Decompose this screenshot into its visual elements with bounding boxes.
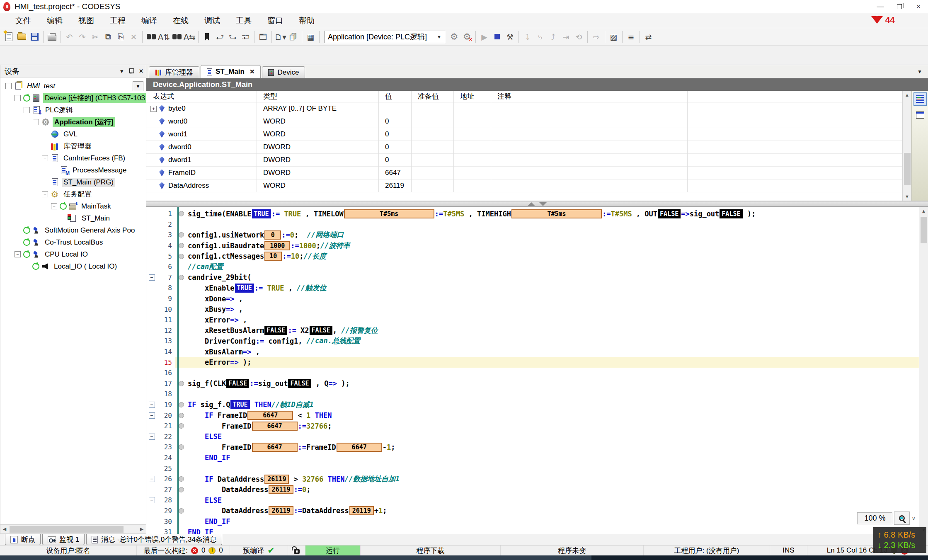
minimize-button[interactable]: — [871, 0, 890, 13]
save-icon[interactable] [28, 30, 41, 43]
menu-8[interactable]: 工具 [228, 14, 259, 28]
close-button[interactable]: × [909, 0, 928, 13]
inline-value-box[interactable]: 26119 [349, 506, 374, 515]
code-line-28[interactable]: −28 ELSE [146, 495, 919, 506]
check-icon[interactable]: ⇄ [642, 30, 655, 43]
tree-item-caninterfaces-fb-[interactable]: −CanInterFaces (FB) [0, 152, 146, 164]
inline-bool-box[interactable]: FALSE [288, 379, 311, 388]
tree-expander-icon[interactable]: − [33, 119, 39, 125]
tree-expander-icon[interactable]: − [42, 191, 48, 197]
bookmark-icon[interactable] [201, 30, 213, 43]
find-in-project-icon[interactable] [170, 30, 183, 43]
tab-list-dropdown-icon[interactable]: ▼ [917, 69, 922, 75]
fold-collapse-icon[interactable]: − [149, 402, 155, 408]
tree-item-softmotion-general-axis-poo[interactable]: SoftMotion General Axis Poo [0, 224, 146, 236]
code-line-27[interactable]: 27 DataAddress26119:=0; [146, 484, 919, 495]
zoom-dropdown-icon[interactable]: ∨ [911, 515, 916, 521]
code-line-4[interactable]: 4config1.uiBaudrate1000:=1000;//波特率 [146, 240, 919, 251]
menu-7[interactable]: 调试 [196, 14, 228, 28]
tree-expander-icon[interactable]: − [51, 203, 57, 209]
find-icon[interactable] [145, 30, 157, 43]
fold-collapse-icon[interactable]: − [149, 412, 155, 419]
editor-vscrollbar[interactable]: ▲ ▼ [919, 207, 928, 534]
new-object-icon[interactable]: 🗋▾ [274, 30, 287, 43]
menu-4[interactable]: 工程 [102, 14, 133, 28]
copy-icon[interactable]: ⧉ [102, 30, 114, 43]
code-line-31[interactable]: 31END_IF [146, 527, 919, 534]
menu-10[interactable]: 帮助 [291, 14, 322, 28]
expand-icon[interactable]: + [150, 106, 157, 112]
bottom-tab-breakpoints[interactable]: 断点 [5, 534, 41, 545]
call-list-icon[interactable]: ≡ [625, 30, 637, 43]
scroll-down-icon[interactable]: ▼ [903, 192, 911, 201]
inline-bool-box[interactable]: FALSE [310, 326, 332, 335]
code-line-25[interactable]: 25 [146, 463, 919, 474]
inline-value-box[interactable]: 26119 [264, 475, 289, 484]
code-line-9[interactable]: 9 xDone=> , [146, 293, 919, 304]
tree-item-local-io-local-io-[interactable]: Local_IO ( Local IO) [0, 260, 146, 272]
code-area[interactable]: 1sig_time(ENABLETRUE:= TRUE , TIMELOWT#5… [146, 207, 919, 534]
code-line-17[interactable]: 17sig_f(CLKFALSE:=sig_outFALSE , Q=> ); [146, 378, 919, 389]
tree-item-device-cth3-c57-103[interactable]: −Device [连接的] (CTH3 C57-103 [0, 92, 146, 104]
stop-icon[interactable] [491, 30, 504, 43]
next-bookmark-icon[interactable]: ⮑ [226, 30, 239, 43]
active-application-selector[interactable]: Application [Device: PLC逻辑] ▼ [324, 31, 445, 43]
new-file-icon[interactable] [2, 30, 15, 43]
clear-bookmarks-icon[interactable]: ⮒ [239, 30, 252, 43]
tree-item-st-main[interactable]: ST_Main [0, 212, 146, 224]
inline-value-box[interactable]: 6647 [252, 422, 298, 431]
code-line-2[interactable]: 2 [146, 219, 919, 230]
inline-value-box[interactable]: 10 [264, 252, 282, 261]
tree-item--[interactable]: −⚙任务配置 [0, 188, 146, 200]
pin-icon[interactable] [129, 68, 133, 74]
scroll-up-icon[interactable]: ▲ [903, 91, 911, 99]
code-line-26[interactable]: −26 IF DataAddress26119 > 32766 THEN//数据… [146, 474, 919, 485]
properties-icon[interactable]: 🗔 [257, 30, 269, 43]
code-line-21[interactable]: 21 FrameID6647:=32766; [146, 421, 919, 432]
breakpoint-toggle-icon[interactable]: ⚒ [504, 30, 516, 43]
logout-icon[interactable]: ⚙ [460, 30, 473, 43]
tree-item-processmessage[interactable]: MProcessMessage [0, 164, 146, 176]
tree-item-hmi-test[interactable]: −HMI_test [0, 80, 146, 92]
export-icon[interactable]: 🗍 [287, 30, 300, 43]
panel-menu-icon[interactable]: ▾ [121, 68, 124, 74]
code-line-10[interactable]: 10 xBusy=> , [146, 304, 919, 315]
watch-table-vscrollbar[interactable]: ▲ ▼ [902, 91, 911, 201]
code-line-18[interactable]: 18 [146, 389, 919, 400]
code-line-3[interactable]: 3config1.usiNetwork0:=0; //网络端口 [146, 230, 919, 240]
bottom-tab-messages[interactable]: 消息 -总计0个错误,0个警告,34条消息 [86, 534, 222, 545]
code-line-12[interactable]: 12 xResetBusAlarmFALSE:= X2FALSE, //报警复位 [146, 325, 919, 336]
watch-row-dword1[interactable]: dword1DWORD0 [146, 154, 902, 167]
watch-row-DataAddress[interactable]: DataAddressWORD26119 [146, 179, 902, 192]
magnifier-button[interactable] [894, 512, 910, 525]
column-header-5[interactable]: 地址 [453, 92, 491, 101]
column-header-1[interactable]: 表达式 [146, 92, 257, 101]
tree-expander-icon[interactable]: − [24, 107, 30, 113]
print-icon[interactable] [46, 30, 58, 43]
tree-item--[interactable]: 库管理器 [0, 140, 146, 152]
menu-1[interactable]: 文件 [7, 14, 39, 28]
inline-bool-box[interactable]: FALSE [264, 326, 287, 335]
code-line-29[interactable]: 29 DataAddress26119:=DataAddress26119+1; [146, 506, 919, 516]
paste-icon[interactable]: ⎘ [114, 30, 127, 43]
tree-item-st-main-prg-[interactable]: ST_Main (PRG) [0, 176, 146, 188]
inline-bool-box[interactable]: TRUE [252, 209, 271, 218]
code-line-7[interactable]: −7candrive_29bit( [146, 272, 919, 283]
inline-value-box[interactable]: 26119 [269, 506, 293, 515]
inline-bool-box[interactable]: FALSE [720, 209, 742, 218]
inline-value-box[interactable]: 6647 [252, 443, 298, 452]
column-header-2[interactable]: 类型 [257, 92, 378, 101]
inline-value-box[interactable]: 0 [264, 230, 281, 240]
code-line-6[interactable]: 6//can配置 [146, 262, 919, 272]
tabular-view-button[interactable] [913, 108, 927, 121]
flow-control-icon[interactable]: ▨ [607, 30, 620, 43]
login-icon[interactable]: ⚙ [448, 30, 460, 43]
column-header-3[interactable]: 值 [378, 92, 411, 101]
code-line-11[interactable]: 11 xError=> , [146, 315, 919, 325]
panel-close-icon[interactable]: ✕ [139, 68, 143, 74]
declaration-view-button[interactable] [913, 92, 927, 106]
fold-collapse-icon[interactable]: − [149, 497, 155, 503]
menu-9[interactable]: 窗口 [259, 14, 291, 28]
tree-item-plc-[interactable]: −PLC逻辑 [0, 104, 146, 116]
menu-6[interactable]: 在线 [165, 14, 196, 28]
